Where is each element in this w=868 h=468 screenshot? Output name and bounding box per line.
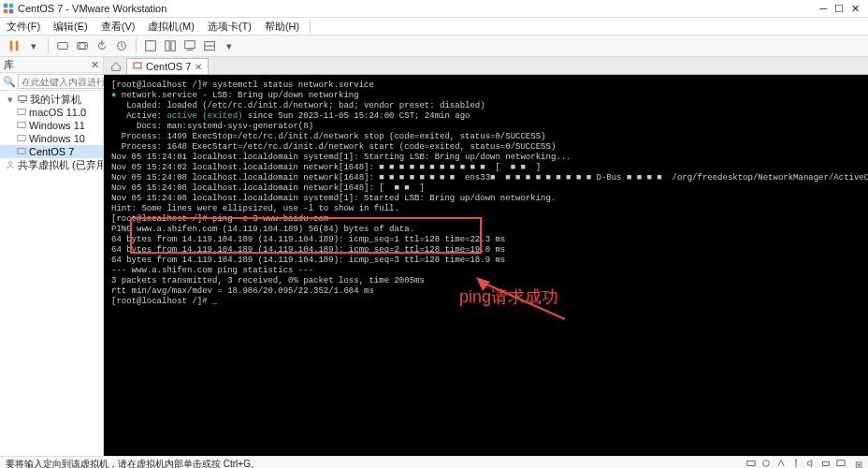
svg-rect-11 bbox=[166, 41, 169, 51]
terminal-line: [root@localhost /]# ping -c 3 www.baidu.… bbox=[111, 214, 868, 225]
svg-point-28 bbox=[763, 461, 770, 467]
terminal-line: Nov 05 15:24:08 localhost.localdomain ne… bbox=[111, 183, 868, 194]
terminal-line: [root@localhost /]# systemctl status net… bbox=[111, 80, 868, 91]
tree-shared-vms[interactable]: 共享虚拟机 (已弃用) bbox=[0, 158, 103, 171]
toolbar-dropdown2-icon[interactable]: ▾ bbox=[221, 37, 238, 54]
fullscreen-button[interactable] bbox=[142, 37, 159, 54]
svg-rect-24 bbox=[134, 63, 141, 68]
terminal-line: --- www.a.shifen.com ping statistics --- bbox=[111, 266, 868, 276]
library-close-icon[interactable]: ✕ bbox=[91, 59, 99, 71]
menu-file[interactable]: 文件(F) bbox=[0, 18, 47, 35]
tree-item-label: Windows 10 bbox=[29, 132, 85, 145]
svg-rect-5 bbox=[16, 41, 19, 51]
tree-item-win10[interactable]: Windows 10 bbox=[0, 132, 103, 145]
collapse-icon: ▾ bbox=[6, 95, 15, 104]
revert-snapshot-button[interactable] bbox=[94, 37, 110, 54]
terminal-line: Hint: Some lines were ellipsized, use -l… bbox=[111, 204, 868, 214]
terminal-line: 64 bytes from 14.119.104.189 (14.119.104… bbox=[111, 256, 868, 266]
svg-rect-6 bbox=[58, 43, 68, 50]
tree-item-macos[interactable]: macOS 11.0 bbox=[0, 106, 103, 119]
window-titlebar: CentOS 7 - VMware Workstation ─ ☐ ✕ bbox=[0, 0, 868, 18]
status-hint: 要将输入定向到该虚拟机，请在虚拟机内部单击或按 Ctrl+G。 bbox=[6, 458, 260, 468]
svg-rect-4 bbox=[10, 41, 13, 51]
menu-bar: 文件(F) 编辑(E) 查看(V) 虚拟机(M) 选项卡(T) 帮助(H) bbox=[0, 18, 868, 36]
status-device-printer-icon[interactable] bbox=[821, 459, 831, 468]
close-button[interactable]: ✕ bbox=[851, 3, 860, 15]
computer-icon bbox=[18, 95, 27, 104]
svg-rect-17 bbox=[19, 96, 26, 101]
svg-rect-10 bbox=[146, 41, 156, 51]
menu-help[interactable]: 帮助(H) bbox=[258, 18, 306, 35]
send-ctrl-alt-del-button[interactable] bbox=[54, 37, 71, 54]
toolbar: ▾ ▾ bbox=[0, 36, 868, 57]
vm-icon bbox=[17, 121, 26, 130]
guest-terminal[interactable]: [root@localhost /]# systemctl status net… bbox=[104, 75, 868, 456]
terminal-line: 64 bytes from 14.119.104.189 (14.119.104… bbox=[111, 235, 868, 245]
tab-label: CentOS 7 bbox=[146, 61, 191, 72]
search-icon: 🔍 bbox=[3, 76, 16, 88]
svg-rect-2 bbox=[4, 9, 8, 14]
tree-my-computer-label: 我的计算机 bbox=[30, 93, 81, 106]
terminal-line: [root@localhost /]# _ bbox=[111, 297, 868, 307]
status-device-display-icon[interactable] bbox=[836, 459, 846, 468]
svg-point-7 bbox=[80, 43, 86, 50]
status-device-usb-icon[interactable] bbox=[791, 459, 801, 468]
stretch-button[interactable] bbox=[201, 37, 218, 54]
tree-item-win11[interactable]: Windows 11 bbox=[0, 119, 103, 132]
status-device-sound-icon[interactable] bbox=[806, 459, 816, 468]
tree-item-label: CentOS 7 bbox=[29, 145, 74, 158]
status-hint-icon[interactable]: ⊞ bbox=[855, 460, 862, 469]
snapshot-button[interactable] bbox=[74, 37, 91, 54]
svg-rect-19 bbox=[18, 110, 25, 115]
status-device-cd-icon[interactable] bbox=[761, 459, 771, 468]
terminal-line: Process: 1648 ExecStart=/etc/rc.d/init.d… bbox=[111, 142, 868, 153]
svg-rect-27 bbox=[747, 461, 755, 466]
svg-rect-3 bbox=[9, 9, 14, 14]
maximize-button[interactable]: ☐ bbox=[834, 3, 844, 15]
manage-snapshot-button[interactable] bbox=[113, 37, 130, 54]
tree-item-centos7[interactable]: CentOS 7 bbox=[0, 145, 103, 158]
status-device-hdd-icon[interactable] bbox=[746, 459, 756, 468]
svg-rect-12 bbox=[171, 41, 175, 51]
svg-rect-20 bbox=[18, 123, 25, 128]
terminal-line: 3 packets transmitted, 3 received, 0% pa… bbox=[111, 276, 868, 286]
menu-view[interactable]: 查看(V) bbox=[94, 18, 142, 35]
terminal-line: Loaded: loaded (/etc/rc.d/init.d/network… bbox=[111, 101, 868, 111]
tab-centos7[interactable]: CentOS 7 ✕ bbox=[126, 58, 209, 74]
menu-vm[interactable]: 虚拟机(M) bbox=[141, 18, 201, 35]
vm-icon bbox=[17, 134, 26, 143]
unity-button[interactable] bbox=[162, 37, 179, 54]
terminal-line: 64 bytes from 14.119.104.189 (14.119.104… bbox=[111, 245, 868, 256]
terminal-line: Docs: man:systemd-sysv-generator(8) bbox=[111, 122, 868, 132]
home-tab-button[interactable] bbox=[108, 59, 124, 74]
terminal-line: ● network.service - LSB: Bring up/down n… bbox=[111, 91, 868, 101]
main-area: CentOS 7 ✕ [root@localhost /]# systemctl… bbox=[104, 57, 868, 456]
tab-close-icon[interactable]: ✕ bbox=[195, 62, 202, 72]
minimize-button[interactable]: ─ bbox=[819, 3, 827, 15]
svg-rect-22 bbox=[18, 149, 25, 154]
menu-tabs[interactable]: 选项卡(T) bbox=[201, 18, 258, 35]
svg-rect-13 bbox=[185, 41, 195, 49]
svg-point-30 bbox=[795, 460, 797, 461]
app-logo-icon bbox=[3, 3, 14, 14]
svg-rect-31 bbox=[823, 461, 830, 465]
tree-item-label: macOS 11.0 bbox=[29, 106, 86, 119]
menu-edit[interactable]: 编辑(E) bbox=[47, 18, 94, 35]
terminal-line: PING www.a.shifen.com (14.119.104.189) 5… bbox=[111, 225, 868, 235]
terminal-line: Nov 05 15:24:01 localhost.localdomain sy… bbox=[111, 153, 868, 163]
toolbar-dropdown-icon[interactable]: ▾ bbox=[25, 37, 42, 54]
tree-my-computer[interactable]: ▾ 我的计算机 bbox=[0, 93, 103, 106]
svg-rect-32 bbox=[837, 461, 845, 466]
tree-item-label: Windows 11 bbox=[29, 119, 85, 132]
shared-icon bbox=[6, 160, 15, 169]
svg-point-23 bbox=[8, 162, 11, 165]
tab-bar: CentOS 7 ✕ bbox=[104, 57, 868, 75]
console-view-button[interactable] bbox=[181, 37, 198, 54]
library-header-label: 库 bbox=[4, 58, 14, 72]
status-device-net-icon[interactable] bbox=[776, 459, 786, 468]
svg-rect-0 bbox=[4, 4, 8, 8]
library-sidebar: 库 ✕ 🔍 ▾ ▾ 我的计算机 macOS 11.0 Windows 11 bbox=[0, 57, 104, 456]
terminal-line: Nov 05 15:24:08 localhost.localdomain sy… bbox=[111, 194, 868, 204]
pause-button[interactable] bbox=[6, 37, 22, 54]
status-bar: 要将输入定向到该虚拟机，请在虚拟机内部单击或按 Ctrl+G。 ⊞ bbox=[0, 456, 868, 468]
